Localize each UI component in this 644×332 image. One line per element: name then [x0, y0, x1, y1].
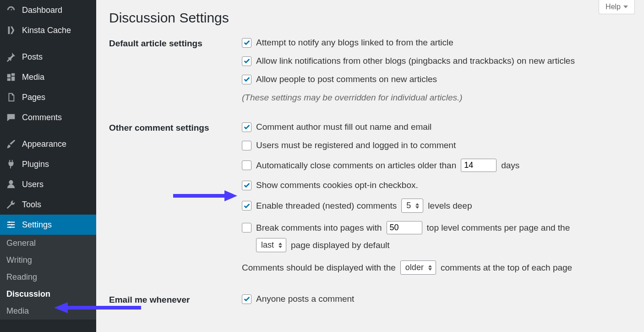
help-tab[interactable]: Help [599, 0, 635, 14]
svg-point-2 [9, 227, 11, 228]
sidebar-item-users[interactable]: Users [0, 174, 96, 194]
auto-close-prefix: Automatically close comments on articles… [256, 160, 456, 171]
sliders-icon [5, 219, 16, 230]
users-icon [5, 179, 16, 190]
sidebar-item-dashboard[interactable]: Dashboard [0, 0, 96, 20]
checkbox-require-registered[interactable] [242, 141, 251, 150]
row-heading: Other comment settings [109, 122, 242, 133]
sidebar-item-label: Appearance [22, 139, 66, 149]
settings-main: Help Discussion Settings Default article… [96, 0, 644, 332]
comment-icon [5, 112, 16, 123]
option-label: Allow people to post comments on new art… [256, 74, 437, 84]
order-suffix: comments at the top of each page [441, 263, 572, 273]
sidebar-item-kinsta-cache[interactable]: Kinsta Cache [0, 20, 96, 40]
admin-sidebar: Dashboard Kinsta Cache Posts Media Pages… [0, 0, 96, 332]
sidebar-item-label: Comments [22, 113, 62, 122]
sidebar-item-label: Kinsta Cache [22, 26, 71, 35]
row-other-comment: Other comment settings Comment author mu… [109, 122, 631, 275]
input-auto-close-days[interactable] [461, 159, 497, 172]
order-prefix: Comments should be displayed with the [242, 263, 396, 273]
option-label: Allow link notifications from other blog… [256, 56, 575, 66]
row-default-article: Default article settings Attempt to noti… [109, 38, 631, 103]
settings-sub-discussion[interactable]: Discussion [0, 286, 96, 303]
checkbox-anyone-posts[interactable] [242, 294, 251, 304]
kinsta-icon [5, 25, 16, 36]
dashboard-icon [5, 5, 16, 16]
settings-sub-reading[interactable]: Reading [0, 269, 96, 286]
sidebar-item-tools[interactable]: Tools [0, 194, 96, 215]
select-default-page[interactable]: last [256, 238, 286, 252]
chevron-down-icon [623, 6, 628, 8]
option-label: Anyone posts a comment [256, 294, 354, 304]
sidebar-item-label: Pages [22, 93, 45, 102]
select-caret-icon [428, 265, 432, 271]
settings-sub-writing[interactable]: Writing [0, 252, 96, 269]
select-caret-icon [278, 243, 282, 248]
sidebar-item-label: Dashboard [22, 6, 62, 15]
option-label: Comment author must fill out name and em… [256, 122, 431, 132]
sidebar-item-media[interactable]: Media [0, 67, 96, 87]
sidebar-item-label: Tools [22, 200, 41, 210]
select-comment-order[interactable]: older [400, 260, 436, 275]
wrench-icon [5, 199, 16, 210]
sidebar-item-label: Media [22, 72, 44, 82]
select-value: last [261, 240, 274, 250]
checkbox-threaded-comments[interactable] [242, 201, 251, 210]
select-value: older [405, 263, 424, 272]
media-icon [5, 72, 16, 83]
sidebar-item-appearance[interactable]: Appearance [0, 134, 96, 154]
sidebar-item-label: Posts [22, 52, 43, 62]
checkbox-allow-comments[interactable] [242, 75, 251, 84]
threaded-suffix: levels deep [428, 201, 472, 211]
page-title: Discussion Settings [109, 10, 631, 26]
plug-icon [5, 159, 16, 170]
settings-sub-media[interactable]: Media [0, 303, 96, 320]
paginate-suffix: page displayed by default [291, 240, 390, 250]
option-label: Attempt to notify any blogs linked to fr… [256, 38, 453, 48]
svg-point-1 [11, 224, 13, 226]
select-thread-levels[interactable]: 5 [401, 199, 423, 213]
select-value: 5 [406, 201, 411, 210]
pin-icon [5, 51, 16, 62]
sidebar-item-label: Users [22, 180, 44, 189]
checkbox-paginate-comments[interactable] [242, 223, 251, 232]
brush-icon [5, 138, 16, 149]
option-label: Users must be registered and logged in t… [256, 140, 456, 150]
checkbox-auto-close[interactable] [242, 160, 251, 170]
auto-close-suffix: days [501, 160, 519, 171]
override-note: (These settings may be overridden for in… [242, 93, 463, 103]
sidebar-item-plugins[interactable]: Plugins [0, 154, 96, 174]
checkbox-allow-pingbacks[interactable] [242, 56, 251, 66]
sidebar-item-pages[interactable]: Pages [0, 87, 96, 107]
help-tab-label: Help [606, 3, 621, 11]
select-caret-icon [415, 203, 419, 209]
row-heading: Default article settings [109, 38, 242, 49]
sidebar-item-label: Settings [22, 220, 52, 230]
checkbox-cookies-optin[interactable] [242, 181, 251, 190]
paginate-prefix: Break comments into pages with [256, 223, 382, 233]
sidebar-item-comments[interactable]: Comments [0, 107, 96, 127]
checkbox-require-name-email[interactable] [242, 122, 251, 132]
row-heading: Email me whenever [109, 294, 242, 305]
sidebar-item-label: Plugins [22, 160, 49, 169]
paginate-mid: top level comments per page and the [427, 223, 570, 233]
pages-icon [5, 92, 16, 103]
sidebar-item-posts[interactable]: Posts [0, 47, 96, 67]
row-email-whenever: Email me whenever Anyone posts a comment [109, 294, 631, 305]
svg-point-0 [9, 221, 11, 223]
option-label: Show comments cookies opt-in checkbox. [256, 180, 418, 190]
input-per-page[interactable] [387, 221, 422, 234]
settings-sub-general[interactable]: General [0, 235, 96, 252]
checkbox-notify-linked-blogs[interactable] [242, 38, 251, 48]
threaded-prefix: Enable threaded (nested) comments [256, 201, 397, 211]
sidebar-item-settings[interactable]: Settings [0, 215, 96, 235]
